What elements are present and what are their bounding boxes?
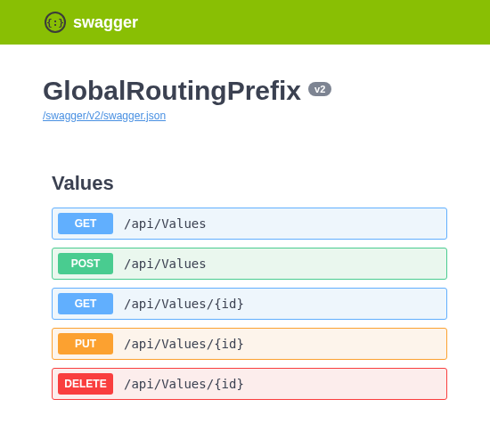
- operation-path: /api/Values/{id}: [113, 377, 244, 391]
- operation-row[interactable]: GET/api/Values: [52, 208, 447, 240]
- topbar: {:} swagger: [0, 0, 490, 45]
- http-method-badge: PUT: [58, 333, 113, 354]
- spec-link[interactable]: /swagger/v2/swagger.json: [43, 110, 166, 122]
- tag-section: Values GET/api/ValuesPOST/api/ValuesGET/…: [43, 172, 447, 400]
- swagger-logo-icon: {:}: [45, 12, 66, 33]
- swagger-logo-text: swagger: [73, 13, 138, 32]
- api-title-row: GlobalRoutingPrefix v2: [43, 76, 447, 106]
- content: GlobalRoutingPrefix v2 /swagger/v2/swagg…: [0, 45, 490, 400]
- http-method-badge: GET: [58, 293, 113, 314]
- operation-row[interactable]: GET/api/Values/{id}: [52, 288, 447, 320]
- tag-name[interactable]: Values: [52, 172, 447, 195]
- operation-path: /api/Values: [113, 216, 207, 231]
- http-method-badge: POST: [58, 253, 113, 274]
- swagger-logo[interactable]: {:} swagger: [45, 12, 138, 33]
- api-title: GlobalRoutingPrefix: [43, 76, 301, 106]
- http-method-badge: DELETE: [58, 373, 113, 395]
- operation-row[interactable]: DELETE/api/Values/{id}: [52, 368, 447, 400]
- operations-list: GET/api/ValuesPOST/api/ValuesGET/api/Val…: [52, 208, 447, 400]
- operation-path: /api/Values/{id}: [113, 337, 244, 351]
- operation-path: /api/Values/{id}: [113, 297, 244, 311]
- operation-path: /api/Values: [113, 257, 207, 271]
- operation-row[interactable]: POST/api/Values: [52, 248, 447, 280]
- api-version-badge: v2: [308, 82, 331, 96]
- http-method-badge: GET: [58, 213, 113, 234]
- operation-row[interactable]: PUT/api/Values/{id}: [52, 328, 447, 360]
